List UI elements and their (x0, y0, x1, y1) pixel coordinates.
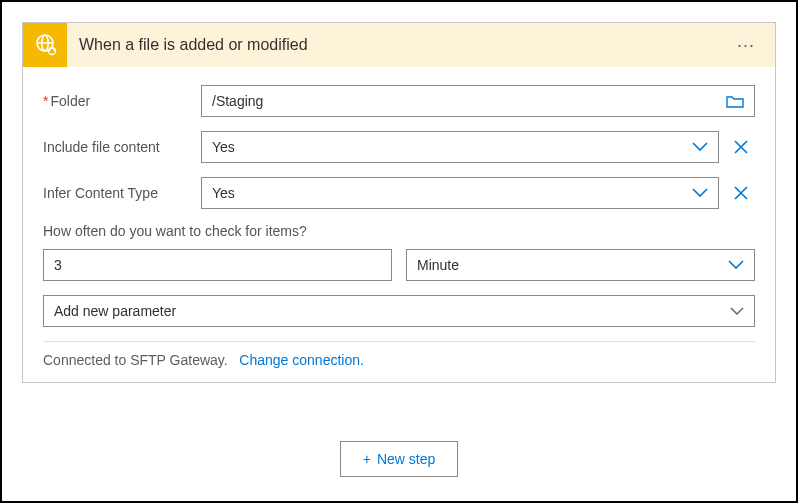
include-file-content-value: Yes (212, 139, 692, 155)
remove-infer-content-type-button[interactable] (727, 179, 755, 207)
folder-field-row: *Folder /Staging (43, 85, 755, 117)
card-body: *Folder /Staging Include file content Ye… (23, 67, 775, 382)
add-new-parameter-label: Add new parameter (54, 303, 730, 319)
new-step-button[interactable]: + New step (340, 441, 459, 477)
include-file-content-select[interactable]: Yes (201, 131, 719, 163)
folder-label: *Folder (43, 93, 201, 109)
chevron-down-icon (728, 260, 744, 270)
folder-picker-icon[interactable] (726, 94, 744, 108)
divider (43, 341, 755, 342)
new-step-label: New step (377, 451, 435, 467)
frequency-interval-input[interactable]: 3 (43, 249, 392, 281)
plus-icon: + (363, 451, 371, 467)
frequency-interval-value: 3 (54, 257, 381, 273)
sftp-connector-icon (23, 23, 67, 67)
infer-content-type-row: Infer Content Type Yes (43, 177, 755, 209)
connection-footer: Connected to SFTP Gateway. Change connec… (43, 352, 755, 368)
new-step-wrap: + New step (22, 441, 776, 477)
card-title: When a file is added or modified (79, 36, 731, 54)
chevron-down-icon (692, 188, 708, 198)
include-file-content-row: Include file content Yes (43, 131, 755, 163)
add-new-parameter-select[interactable]: Add new parameter (43, 295, 755, 327)
include-file-content-label: Include file content (43, 139, 201, 155)
card-menu-button[interactable]: ··· (731, 32, 761, 58)
remove-include-file-content-button[interactable] (727, 133, 755, 161)
frequency-unit-value: Minute (417, 257, 728, 273)
chevron-down-icon (730, 307, 744, 316)
card-header[interactable]: When a file is added or modified ··· (23, 23, 775, 67)
infer-content-type-label: Infer Content Type (43, 185, 201, 201)
infer-content-type-value: Yes (212, 185, 692, 201)
folder-input[interactable]: /Staging (201, 85, 755, 117)
change-connection-link[interactable]: Change connection. (239, 352, 364, 368)
frequency-question: How often do you want to check for items… (43, 223, 755, 239)
folder-value: /Staging (212, 93, 726, 109)
trigger-card: When a file is added or modified ··· *Fo… (22, 22, 776, 383)
chevron-down-icon (692, 142, 708, 152)
frequency-unit-select[interactable]: Minute (406, 249, 755, 281)
frequency-row: 3 Minute (43, 249, 755, 281)
infer-content-type-select[interactable]: Yes (201, 177, 719, 209)
connection-status: Connected to SFTP Gateway. (43, 352, 228, 368)
required-asterisk: * (43, 93, 48, 109)
